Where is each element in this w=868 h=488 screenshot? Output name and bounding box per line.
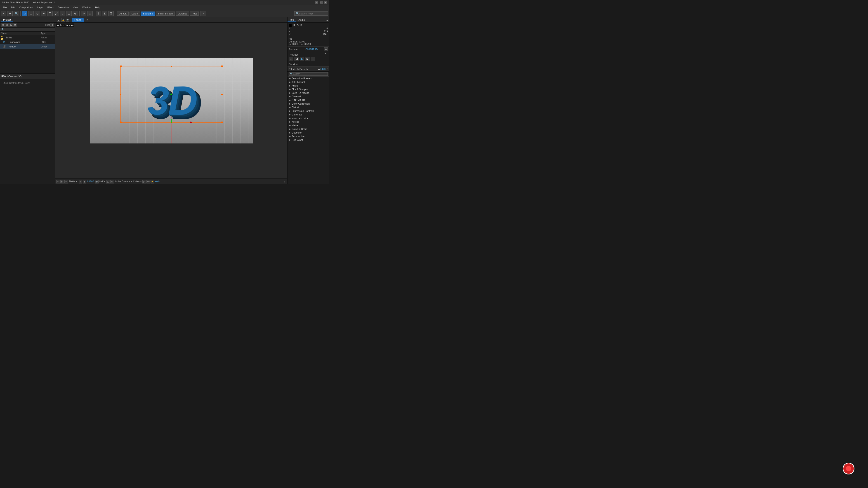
- project-btn-4[interactable]: 🗑: [13, 23, 17, 27]
- effects-item-audio[interactable]: ▶ Audio: [287, 84, 329, 88]
- workspace-learn[interactable]: Learn: [129, 11, 140, 15]
- workspace-test[interactable]: Test: [190, 11, 199, 15]
- effects-item-3d-channel[interactable]: ▶ 3D Channel: [287, 80, 329, 84]
- tool-puppet[interactable]: ⊕: [72, 11, 78, 16]
- menu-effect[interactable]: Effect: [45, 6, 55, 9]
- effects-item-immersive-video[interactable]: ▶ Immersive Video: [287, 116, 329, 120]
- workspace-small-screen[interactable]: Small Screen: [156, 11, 175, 15]
- comp-ctrl-btn3[interactable]: ⊕: [64, 180, 68, 184]
- comp-tab-fondo[interactable]: Fondo: [72, 18, 84, 22]
- effects-item-noise-grain[interactable]: ▶ Noise & Grain: [287, 127, 329, 131]
- workspace-standard[interactable]: Standard: [141, 11, 155, 15]
- tool-search[interactable]: 🔍: [13, 11, 19, 16]
- preview-skip-start[interactable]: ⏮: [289, 57, 293, 61]
- effects-item-red-giant[interactable]: ▶ Red Giant: [287, 138, 329, 142]
- project-btn-2[interactable]: ⊕: [5, 23, 9, 27]
- preview-skip-end[interactable]: ⏭: [311, 57, 315, 61]
- renderer-settings-btn[interactable]: ⚙: [324, 47, 328, 51]
- tool-stamp[interactable]: 🗆: [60, 11, 65, 16]
- right-tab-info[interactable]: Info: [287, 18, 296, 22]
- menu-composition[interactable]: Composition: [18, 6, 35, 9]
- tool-extra2[interactable]: ⊻: [102, 11, 107, 16]
- preview-step-forward[interactable]: ▶: [305, 57, 310, 61]
- comp-ctrl-btn2[interactable]: 🖽: [60, 180, 64, 184]
- tool-paint[interactable]: 🖌: [54, 11, 59, 16]
- preview-play[interactable]: ▶: [300, 57, 304, 61]
- project-tab[interactable]: Project: [1, 18, 13, 22]
- tool-3d-rotate[interactable]: ↻: [81, 11, 86, 16]
- project-item-solids[interactable]: ▶ 📁 Solids Folder: [0, 35, 55, 40]
- project-btn-3[interactable]: 🗂: [9, 23, 13, 27]
- transparency-btn[interactable]: ◫: [106, 180, 110, 184]
- comp-ctrl-mask[interactable]: ◈: [83, 180, 86, 184]
- tool-select[interactable]: ↖: [1, 11, 6, 16]
- tool-shape3[interactable]: ◇: [35, 11, 40, 16]
- tool-shape2[interactable]: ⬡: [28, 11, 34, 16]
- minimize-button[interactable]: ─: [315, 1, 318, 4]
- comp-ctrl-snapshot[interactable]: 📷: [95, 180, 98, 184]
- window-controls[interactable]: ─ □ ✕: [315, 1, 327, 4]
- resolution-dropdown[interactable]: ▾: [104, 180, 105, 183]
- comp-panel-snapshot[interactable]: 📷: [66, 18, 69, 22]
- project-item-fondo-comp[interactable]: 🎬 Fondo Comp: [0, 44, 55, 49]
- workspace-more[interactable]: »: [200, 11, 206, 16]
- menu-layer[interactable]: Layer: [35, 6, 45, 9]
- project-btn-1[interactable]: □: [1, 23, 5, 27]
- menu-file[interactable]: File: [1, 6, 8, 9]
- camera-dropdown[interactable]: ▾: [131, 180, 132, 183]
- search-input[interactable]: [299, 12, 326, 15]
- maximize-button[interactable]: □: [320, 1, 323, 4]
- libraries-tab[interactable]: Librar: [320, 68, 326, 70]
- comp-panel-menu[interactable]: ☰: [57, 18, 60, 22]
- effects-expand-btn[interactable]: »: [327, 68, 328, 70]
- effects-item-distort[interactable]: ▶ Distort: [287, 105, 329, 109]
- effects-search-input[interactable]: [289, 72, 328, 76]
- project-search-bar[interactable]: 🔍: [0, 28, 55, 32]
- preview-menu-btn[interactable]: ☰: [324, 53, 328, 56]
- effects-item-keying[interactable]: ▶ Keying: [287, 120, 329, 124]
- help-search-bar[interactable]: 🔍: [294, 11, 328, 15]
- roi-btn[interactable]: ⊟: [110, 180, 114, 184]
- render-btn[interactable]: ▷: [143, 180, 146, 184]
- effects-item-generate[interactable]: ▶ Generate: [287, 113, 329, 116]
- workspace-default[interactable]: Default: [117, 11, 129, 15]
- tool-3d-orbit[interactable]: ⊙: [87, 11, 93, 16]
- comp-ctrl-grid[interactable]: ⊞: [79, 180, 82, 184]
- preview-step-back[interactable]: ◀: [294, 57, 299, 61]
- 3d-draft-btn[interactable]: 3D: [147, 180, 150, 184]
- effects-item-animation-presets[interactable]: ▶ Animation Presets: [287, 76, 329, 80]
- right-panel-menu[interactable]: ☰: [326, 18, 329, 22]
- tool-extra3[interactable]: ⊼: [108, 11, 114, 16]
- comp-expand-btn[interactable]: ⊡: [283, 180, 286, 184]
- project-item-fondo-png[interactable]: 🖼 Fondo.png PNG: [0, 40, 55, 44]
- fast-preview-btn[interactable]: ⚡: [151, 180, 154, 184]
- right-tab-audio[interactable]: Audio: [296, 18, 307, 22]
- effects-presets-menu[interactable]: ☰: [318, 68, 320, 70]
- tool-extra1[interactable]: ⋮: [96, 11, 101, 16]
- zoom-dropdown-icon[interactable]: ▾: [76, 180, 77, 183]
- comp-tab-close[interactable]: ✕: [86, 18, 89, 22]
- effects-item-expression-controls[interactable]: ▶ Expression Controls: [287, 109, 329, 113]
- effects-item-blur-sharpen[interactable]: ▶ Blur & Sharpen: [287, 88, 329, 91]
- workspace-libraries[interactable]: Libraries: [176, 11, 189, 15]
- view-dropdown[interactable]: ▾: [141, 180, 142, 183]
- effects-item-color-correction[interactable]: ▶ Color Correction: [287, 102, 329, 105]
- tool-pen[interactable]: ✒: [41, 11, 46, 16]
- menu-animation[interactable]: Animation: [56, 6, 70, 9]
- effects-item-matte[interactable]: ▶ Matte: [287, 124, 329, 127]
- menu-view[interactable]: View: [71, 6, 80, 9]
- comp-panel-lock[interactable]: 🔒: [61, 18, 65, 22]
- menu-help[interactable]: Help: [93, 6, 102, 9]
- effects-search-bar[interactable]: [287, 72, 329, 76]
- effects-item-channel[interactable]: ▶ Channel: [287, 95, 329, 98]
- menu-edit[interactable]: Edit: [9, 6, 17, 9]
- project-search-input[interactable]: [4, 28, 45, 31]
- effects-item-perspective[interactable]: ▶ Perspective: [287, 134, 329, 138]
- tool-move[interactable]: ✥: [7, 11, 13, 16]
- effects-item-boris-fx[interactable]: ▶ Boris FX Mocha: [287, 91, 329, 95]
- tool-text[interactable]: T: [47, 11, 53, 16]
- close-button[interactable]: ✕: [324, 1, 327, 4]
- menu-window[interactable]: Window: [81, 6, 93, 9]
- comp-ctrl-btn1[interactable]: □: [56, 180, 60, 184]
- tool-eraser[interactable]: ◻: [66, 11, 72, 16]
